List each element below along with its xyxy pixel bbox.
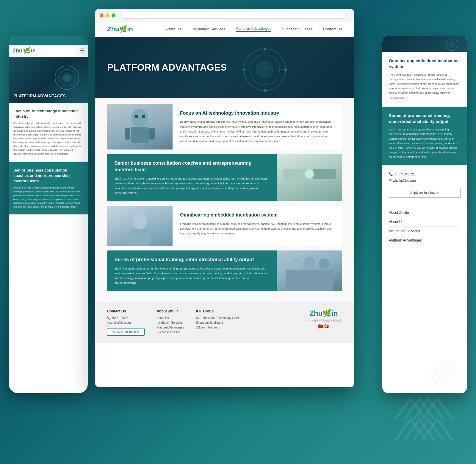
footer-contact-col: Contact Us 📞 15371046521 ✉ zhulin@iot.co… <box>107 309 145 336</box>
browser-url-bar[interactable] <box>120 12 347 19</box>
tablet-hero-brain <box>440 37 464 52</box>
feature-card-4-body: Series of professional training, omni-di… <box>107 250 277 291</box>
browser-maximize-dot[interactable] <box>112 13 115 17</box>
svg-rect-20 <box>125 128 130 140</box>
mobile-status-bar <box>9 36 88 45</box>
feature-3-title: Omnibearing embedded incubation system <box>180 212 335 218</box>
tablet-header <box>382 36 467 52</box>
desktop-hero-brain-icon <box>235 43 295 96</box>
mobile-hero-brain-icon <box>49 60 85 96</box>
tablet-email: ✉ zhulin@iot.com <box>389 178 461 182</box>
phone-icon: 📞 <box>107 316 112 320</box>
handshake-image <box>277 154 342 201</box>
browser-close-dot[interactable] <box>100 13 103 17</box>
svg-point-24 <box>305 169 314 178</box>
tablet-feature-2-title: Series of professional training, omni-di… <box>389 113 461 124</box>
mobile-feature-1-title: Focus on AI technology innovation indust… <box>13 108 83 119</box>
svg-rect-21 <box>149 128 155 140</box>
footer-copyright: © 2019 南京珠天智能技术有限公司 <box>305 319 342 322</box>
footer-phone: 📞 15371046521 <box>107 316 145 320</box>
woman-image <box>107 206 173 246</box>
feature-card-1: Focus on AI technology innovation indust… <box>107 104 342 150</box>
mobile-logo: Zhu🌿in <box>12 47 36 54</box>
woman-svg <box>107 206 173 246</box>
tablet-nav-3[interactable]: Incubation Services <box>389 227 461 236</box>
desktop-content: Focus on AI technology innovation indust… <box>95 98 354 302</box>
svg-point-25 <box>132 212 147 229</box>
footer-platform-link[interactable]: Platform Advantages <box>156 326 184 329</box>
feature-card-3-image <box>107 206 173 246</box>
svg-rect-26 <box>129 229 150 246</box>
feature-card-2-body: Senior business consultation coaches and… <box>107 154 277 201</box>
feature-card-3-body: Omnibearing embedded incubation system F… <box>173 206 342 246</box>
meeting-image <box>277 250 342 291</box>
feature-card-3: Omnibearing embedded incubation system F… <box>107 206 342 246</box>
svg-point-18 <box>142 115 145 118</box>
desktop-nav: Zhu🌿in About Us Incubation Services Plat… <box>95 21 354 37</box>
footer-iot-link-1[interactable]: IOT Innovation Technology Group <box>196 316 240 320</box>
tablet-nav-4[interactable]: Platform Advantages <box>389 236 461 245</box>
mobile-logo-leaf: 🌿 <box>23 47 30 54</box>
tablet-chevrons <box>422 348 467 393</box>
footer-flags: 🇨🇳 🇬🇧 <box>305 324 342 328</box>
nav-about[interactable]: About Us <box>165 27 181 31</box>
desktop-footer: Contact Us 📞 15371046521 ✉ zhulin@iot.co… <box>95 302 354 343</box>
svg-point-14 <box>264 89 266 92</box>
tablet-phone-icon: 📞 <box>389 172 393 176</box>
tablet-phone-number: 15371046521 <box>395 172 415 176</box>
tablet-nav-1[interactable]: About Zhulin <box>389 208 461 217</box>
feature-3-description: From the initial team building to human … <box>180 222 335 236</box>
mobile-device: Zhu🌿in PLATFORM ADVANTAGES Focus on AI t… <box>9 36 88 393</box>
feature-2-description: Zhulin's Full-time Senior Consulting Ser… <box>115 176 269 196</box>
tablet-apply-button[interactable]: Apply for Incubation <box>389 188 461 198</box>
svg-point-16 <box>131 109 148 127</box>
meeting-svg <box>277 250 342 291</box>
svg-point-29 <box>319 259 330 269</box>
svg-point-27 <box>289 259 300 269</box>
svg-rect-23 <box>312 169 336 179</box>
nav-cases[interactable]: Successful Cases <box>282 27 312 31</box>
footer-logo-leaf: 🌿 <box>322 309 331 317</box>
svg-point-15 <box>243 68 245 71</box>
tablet-feature-1-title: Omnibearing embedded incubation system <box>389 58 461 70</box>
footer-iot-link-3[interactable]: ZNdao Intelligent <box>196 326 240 329</box>
nav-platform[interactable]: Platform Advantages <box>236 26 271 32</box>
svg-point-12 <box>264 48 266 50</box>
feature-card-4-image <box>277 250 342 291</box>
handshake-svg <box>277 154 342 194</box>
tablet-device: Omnibearing embedded incubation system F… <box>382 36 467 393</box>
svg-point-13 <box>284 68 287 71</box>
feature-1-description: Deeply ploughing in artificial intellige… <box>180 119 335 144</box>
feature-card-4: Series of professional training, omni-di… <box>107 250 342 291</box>
footer-incubation-link[interactable]: Incubation Services <box>156 321 184 324</box>
nav-incubation[interactable]: Incubation Services <box>192 27 225 31</box>
footer-contact-title: Contact Us <box>107 309 145 313</box>
tablet-email-address: zhulin@iot.com <box>393 179 416 182</box>
footer-cases-link[interactable]: Successful Cases <box>156 331 184 334</box>
footer-about-us-link[interactable]: About Us <box>156 316 184 320</box>
feature-1-title: Focus on AI technology innovation indust… <box>180 110 335 116</box>
tablet-feature-2-desc: Zhulin has gathered a large number of ou… <box>389 127 461 159</box>
footer-about-title: About Zhulin <box>156 309 184 313</box>
footer-apply-button[interactable]: Apply for Incubation <box>107 328 145 336</box>
mobile-section-1: Focus on AI technology innovation indust… <box>9 103 88 161</box>
footer-iot-col: IOT Group IOT Innovation Technology Grou… <box>196 309 240 331</box>
browser-minimize-dot[interactable] <box>106 13 109 17</box>
svg-point-32 <box>449 41 456 48</box>
nav-contact[interactable]: Contact Us <box>323 27 342 31</box>
tablet-phone: 📞 15371046521 <box>389 172 461 176</box>
tablet-nav-2[interactable]: About Us <box>389 217 461 227</box>
desktop-hero-title: PLATFORM ADVANTAGES <box>107 62 227 73</box>
desktop-logo: Zhu🌿in <box>107 25 133 33</box>
footer-iot-link-2[interactable]: Shengdas Intelligent <box>196 321 240 324</box>
mobile-menu-icon[interactable] <box>79 47 84 54</box>
svg-rect-19 <box>131 127 149 143</box>
tablet-email-icon: ✉ <box>389 178 392 182</box>
tablet-feature-1-desc: From the initial team building to human … <box>389 73 461 100</box>
mobile-feature-1-description: Deeply ploughing in artificial intellige… <box>13 122 83 156</box>
feature-card-1-body: Focus on AI technology innovation indust… <box>173 104 342 150</box>
svg-rect-22 <box>283 169 306 179</box>
footer-logo-col: Zhu🌿in © 2019 南京珠天智能技术有限公司 🇨🇳 🇬🇧 <box>305 309 342 328</box>
feature-card-2-image <box>277 154 342 201</box>
footer-email: ✉ zhulin@iot.com <box>107 321 145 324</box>
